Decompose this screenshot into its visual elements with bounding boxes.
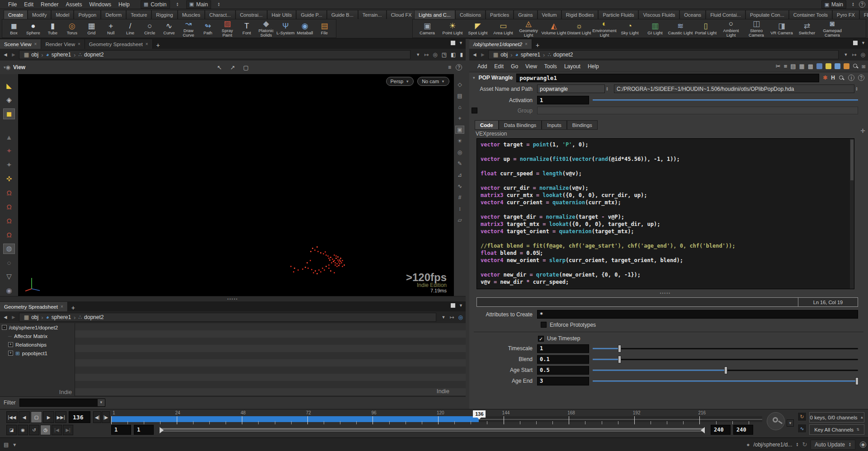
pane-tab-render-view[interactable]: Render View× [41, 39, 85, 49]
shelf-tab[interactable]: FEM [859, 10, 868, 19]
breadcrumb[interactable]: ▦obj›◕sphere1›∴dopnet2 [488, 50, 839, 59]
shelf-tab[interactable]: Fluid Contai... [706, 10, 745, 19]
attributes-field[interactable]: * [537, 310, 858, 319]
set-key-button[interactable] [767, 412, 785, 430]
path-dropdown-icon[interactable]: ▼ [442, 315, 446, 319]
layout-cube-icon[interactable]: ◳ [442, 52, 447, 58]
range-end-field-2[interactable]: 240 [733, 425, 753, 435]
code-tab-code[interactable]: Code [475, 120, 499, 130]
use-timestep-checkbox[interactable]: ✓ [538, 336, 544, 342]
path-dropdown-icon[interactable]: ▼ [416, 52, 420, 57]
snap-curve-magnet-icon[interactable]: Ω [3, 202, 15, 212]
stop-button[interactable]: ▢ [31, 411, 42, 423]
shelf-tab[interactable]: Collisions [455, 10, 486, 19]
layout-single-icon[interactable]: ▮ [460, 52, 463, 58]
grid-snap-icon[interactable]: ▦ [799, 63, 805, 70]
shelf-tab[interactable]: Populate Con... [745, 10, 789, 19]
shelf-tab[interactable]: Oceans [679, 10, 706, 19]
shelf-tab[interactable]: Lights and C... [414, 10, 455, 19]
realtime-toggle-icon[interactable]: ◷ [40, 425, 51, 435]
shelf-tab[interactable]: Texture [126, 10, 151, 19]
range-start-field-2[interactable]: 1 [134, 425, 154, 435]
network-menu-layout[interactable]: Layout [561, 63, 584, 70]
cut-icon[interactable]: ✂ [776, 63, 781, 70]
prev-frame-button[interactable]: ◀| [93, 411, 101, 423]
help-browser-icon[interactable]: H [831, 75, 835, 81]
select-tool-icon[interactable]: ◈ [3, 94, 15, 105]
shelf-tab[interactable]: Guide P... [296, 10, 327, 19]
status-caret-icon[interactable]: ▾ [13, 442, 16, 448]
tool-circle[interactable]: ○Circle [140, 22, 160, 35]
radial-menu-icon[interactable]: ◎ [861, 52, 865, 58]
shelf-tab[interactable]: Charact... [205, 10, 236, 19]
pane-maximize-icon[interactable] [853, 41, 858, 45]
tool-camera[interactable]: ▣Camera [415, 22, 440, 35]
close-tab-icon[interactable]: × [61, 304, 63, 309]
current-frame-field[interactable]: 136 [69, 411, 90, 423]
key-all-channels-selector[interactable]: Key All Channels⇅ [809, 424, 864, 435]
path-dropdown-icon[interactable]: ▼ [844, 52, 848, 57]
shelf-tab[interactable]: Rigid Bodies [561, 10, 599, 19]
breadcrumb-item-sphere1[interactable]: ◕sphere1 [43, 52, 74, 58]
shelf-tab[interactable]: Muscles [178, 10, 205, 19]
shelf-tab[interactable]: Rigging [151, 10, 177, 19]
tool-line[interactable]: /Line [121, 22, 140, 35]
tree-row[interactable]: +⊞popobject1 [0, 349, 75, 357]
pane-tab-scene-view[interactable]: Scene View× [0, 39, 41, 49]
shelf-tab[interactable]: Deform [101, 10, 126, 19]
uv-display-icon[interactable]: ▱ [455, 216, 464, 224]
tool-gi-light[interactable]: ▥GI Light [642, 22, 668, 35]
tool-gamepad-camera[interactable]: ◙Gamepad Camera [820, 19, 845, 38]
layout-spinner[interactable]: ▲▼ [217, 2, 220, 7]
shelf-tab[interactable]: Modify [28, 10, 51, 19]
flipbook-loop-icon[interactable]: ↺ [29, 425, 39, 435]
code-tab-inputs[interactable]: Inputs [542, 120, 566, 130]
cook-icon[interactable]: ✱ [823, 75, 827, 81]
breadcrumb-item-obj[interactable]: ▦obj [21, 52, 41, 58]
param-field[interactable]: 0.1 [537, 355, 589, 364]
view-tool-icon[interactable]: ◣ [3, 80, 15, 91]
tool-sphere[interactable]: ●Sphere [24, 22, 43, 35]
desktop-spinner[interactable]: ▲▼ [176, 2, 179, 7]
annotate-icon[interactable]: ✎ [455, 160, 464, 168]
transform-handle-icon[interactable]: ✜ [3, 174, 15, 184]
pane-tab--obj-sphere1-dopnet2[interactable]: /obj/sphere1/dopnet2× [469, 39, 532, 49]
tree-view-icon[interactable]: ≡ [784, 63, 788, 70]
audio-icon[interactable]: ◉ [18, 425, 28, 435]
tool-distant-light[interactable]: ☼Distant Light [566, 22, 592, 35]
playhead[interactable]: 136 [473, 410, 486, 418]
param-slider[interactable] [593, 355, 858, 364]
network-menu-add[interactable]: Add [474, 63, 491, 70]
tool-draw-curve[interactable]: ↝Draw Curve [179, 19, 198, 38]
param-slider[interactable] [593, 366, 858, 375]
new-pane-tab-icon[interactable]: + [532, 42, 543, 49]
character-pose-icon[interactable]: ✦ [3, 160, 15, 170]
shelf-tab[interactable]: Viscous Fluids [638, 10, 679, 19]
breadcrumb-item-dopnet2[interactable]: ∴dopnet2 [545, 52, 576, 58]
code-tab-bindings[interactable]: Bindings [567, 120, 598, 130]
shelf-tab[interactable]: Particle Fluids [598, 10, 638, 19]
update-mode-selector[interactable]: Auto Update ▲▼ [811, 440, 855, 450]
range-start-icon[interactable]: |◀ [52, 425, 62, 435]
snap-grid-magnet-icon[interactable]: Ω [3, 188, 15, 198]
channel-editor-icon[interactable]: ∿ [797, 424, 807, 433]
tool-platonic-solids[interactable]: ◆Platonic Solids [256, 19, 276, 38]
snap-magnet-icon[interactable]: Ω [3, 230, 15, 240]
param-field[interactable]: 1 [537, 344, 589, 353]
desktop-selector[interactable]: ▦ Corbin [141, 0, 170, 9]
group-toggle-checkbox[interactable] [472, 108, 477, 113]
param-slider[interactable] [593, 344, 858, 353]
viewport[interactable]: ◣◈◼▲✦✦✜ΩΩΩΩ◍◌▽◉ Persp▼ No cam▼ >120fps I… [0, 74, 466, 296]
collapse-icon[interactable]: ▾ [473, 75, 475, 80]
range-start-field[interactable]: 1 [111, 425, 131, 435]
shelf-tab[interactable]: Polygon [74, 10, 101, 19]
frame-ruler[interactable]: 136 1244872961201441681922162 [111, 410, 762, 428]
network-menu-edit[interactable]: Edit [491, 63, 507, 70]
camera-selector[interactable]: No cam▼ [417, 77, 449, 86]
tree-toggle-icon[interactable]: + [8, 342, 13, 347]
flipbook-icon[interactable]: ▽ [3, 271, 15, 282]
node-name-field[interactable]: popwrangle1 [516, 74, 819, 82]
view-pivot-icon[interactable]: ◌ [3, 257, 15, 268]
slider-handle[interactable] [724, 366, 727, 374]
breadcrumb-item-obj[interactable]: ▦obj [491, 52, 510, 58]
